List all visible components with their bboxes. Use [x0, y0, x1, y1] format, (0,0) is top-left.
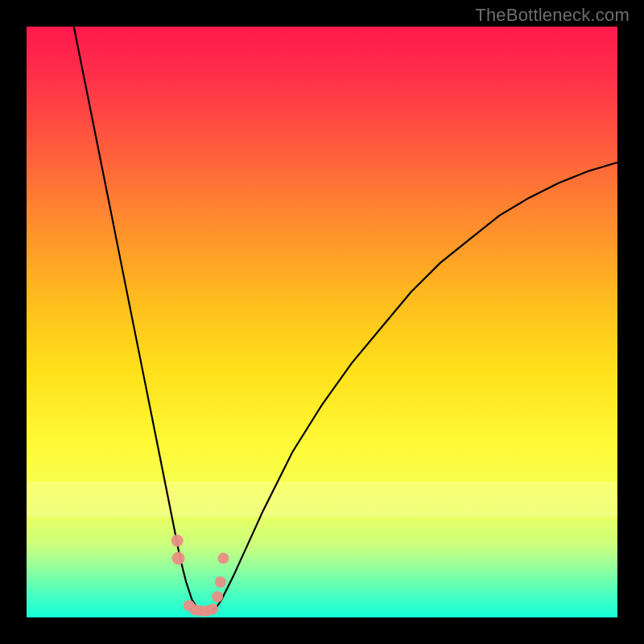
chart-svg	[27, 27, 617, 617]
watermark-text: TheBottleneck.com	[475, 5, 630, 26]
chart-frame: TheBottleneck.com	[0, 0, 644, 644]
dot	[207, 604, 218, 615]
plot-area	[27, 27, 617, 617]
dot	[215, 576, 226, 588]
main-curve	[74, 27, 617, 612]
dot	[217, 553, 229, 564]
highlight-dots-group	[171, 535, 229, 617]
dot	[171, 535, 184, 547]
dot	[212, 591, 223, 602]
dot	[172, 552, 185, 565]
